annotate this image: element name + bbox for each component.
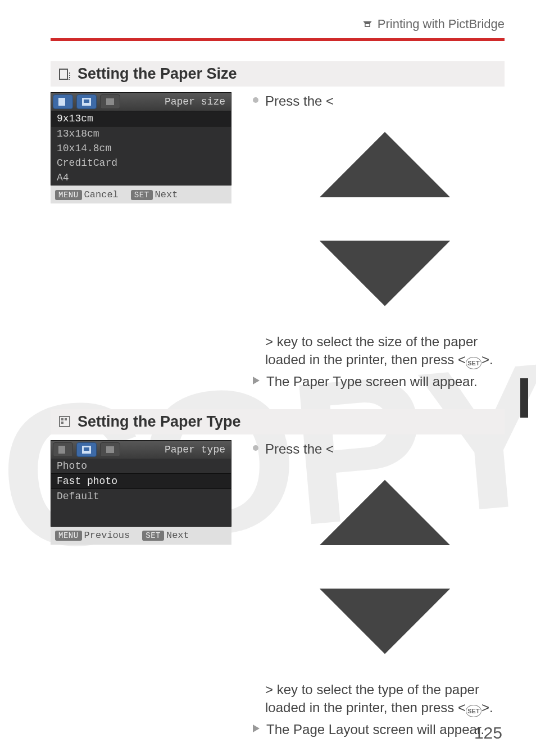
svg-marker-15 bbox=[320, 480, 450, 545]
svg-rect-0 bbox=[60, 69, 67, 79]
list-blank bbox=[51, 515, 231, 526]
breadcrumb: Printing with PictBridge bbox=[51, 17, 505, 31]
paper-size-icon bbox=[57, 67, 72, 81]
set-key-icon: SET bbox=[466, 357, 482, 369]
tab-1-icon bbox=[53, 94, 73, 109]
bullet-item: The Paper Type screen will appear. bbox=[253, 373, 505, 391]
svg-rect-8 bbox=[61, 418, 63, 420]
menu-action: Cancel bbox=[84, 189, 119, 200]
tab-2-icon bbox=[76, 442, 97, 457]
screen-footer: MENUCancel SETNext bbox=[51, 185, 231, 203]
list-blank bbox=[51, 504, 231, 515]
svg-rect-7 bbox=[60, 417, 70, 427]
tab-2-icon bbox=[76, 94, 97, 109]
svg-marker-6 bbox=[320, 241, 450, 306]
screen-label: Paper type bbox=[165, 444, 225, 455]
set-badge: SET bbox=[142, 531, 164, 541]
svg-marker-5 bbox=[320, 132, 450, 197]
section-title-label: Setting the Paper Type bbox=[78, 413, 241, 431]
tab-1-icon bbox=[53, 442, 73, 457]
bullet-item: Press the <> key to select the size of t… bbox=[253, 92, 505, 369]
set-key-icon: SET bbox=[466, 705, 482, 717]
list-item: A4 bbox=[51, 170, 231, 185]
updown-key-icon bbox=[265, 458, 505, 676]
svg-rect-10 bbox=[61, 422, 63, 424]
menu-action: Previous bbox=[84, 530, 130, 541]
breadcrumb-text: Printing with PictBridge bbox=[378, 17, 505, 31]
paper-type-screenshot: Paper type Photo Fast photo Default MENU… bbox=[51, 440, 231, 545]
svg-rect-3 bbox=[84, 99, 89, 103]
svg-rect-4 bbox=[106, 98, 114, 105]
svg-rect-14 bbox=[106, 446, 114, 453]
svg-marker-16 bbox=[320, 588, 450, 654]
set-badge: SET bbox=[131, 190, 153, 200]
list-item: Photo bbox=[51, 459, 231, 473]
section-title-paper-type: Setting the Paper Type bbox=[51, 409, 505, 434]
tab-3-icon bbox=[100, 94, 120, 109]
list-item: Default bbox=[51, 489, 231, 504]
menu-badge: MENU bbox=[55, 190, 82, 200]
bullet-item: The Page Layout screen will appear. bbox=[253, 721, 505, 739]
section-title-label: Setting the Paper Size bbox=[78, 65, 237, 83]
paper-size-screenshot: Paper size 9x13cm 13x18cm 10x14.8cm Cred… bbox=[51, 92, 231, 203]
updown-key-icon bbox=[265, 110, 505, 328]
screen-label: Paper size bbox=[165, 96, 225, 107]
svg-rect-13 bbox=[84, 447, 89, 451]
bullet-item: Press the <> key to select the type of t… bbox=[253, 440, 505, 717]
screen-footer: MENUPrevious SETNext bbox=[51, 527, 231, 545]
section-title-paper-size: Setting the Paper Size bbox=[51, 61, 505, 87]
paper-type-icon bbox=[57, 415, 72, 428]
menu-badge: MENU bbox=[55, 531, 82, 541]
tab-3-icon bbox=[100, 442, 120, 457]
list-item: 13x18cm bbox=[51, 126, 231, 141]
svg-rect-11 bbox=[58, 446, 65, 454]
list-item: 10x14.8cm bbox=[51, 141, 231, 156]
list-item: Fast photo bbox=[51, 473, 231, 489]
pictbridge-icon bbox=[362, 19, 373, 30]
set-action: Next bbox=[166, 530, 189, 541]
svg-rect-1 bbox=[58, 98, 65, 106]
list-item: 9x13cm bbox=[51, 111, 231, 126]
divider bbox=[51, 38, 505, 41]
set-action: Next bbox=[155, 189, 178, 200]
svg-rect-9 bbox=[65, 418, 67, 420]
list-item: CreditCard bbox=[51, 156, 231, 170]
